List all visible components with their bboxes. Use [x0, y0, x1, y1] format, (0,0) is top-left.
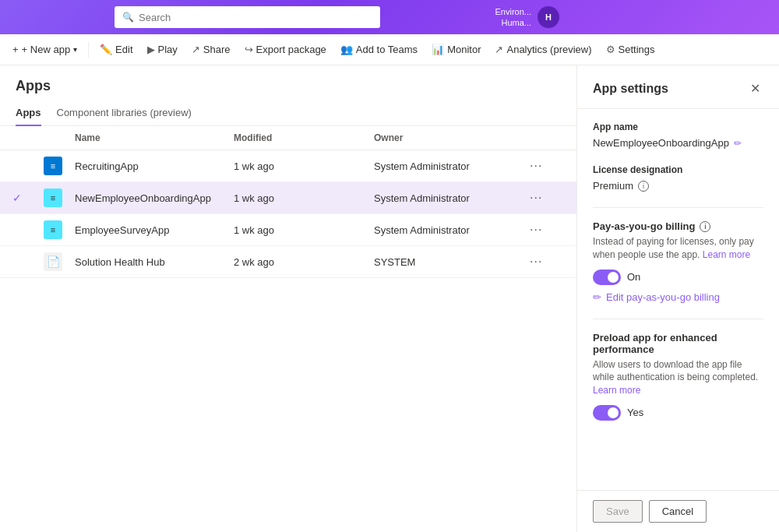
main-content: Apps Apps Component libraries (preview) … — [0, 65, 779, 532]
pay-as-you-go-info-icon[interactable]: i — [700, 221, 710, 232]
left-panel: Apps Apps Component libraries (preview) … — [0, 65, 576, 532]
panel-title: App settings — [593, 82, 668, 96]
more-icon[interactable]: ··· — [530, 255, 542, 268]
analytics-label: Analytics (preview) — [506, 44, 591, 55]
license-info-icon[interactable]: i — [638, 181, 649, 192]
app-name: EmployeeSurveyApp — [69, 221, 227, 239]
environment-info: Environ... Huma... H — [495, 6, 559, 29]
search-input[interactable] — [139, 12, 372, 23]
app-modified: 1 wk ago — [227, 157, 368, 175]
pay-as-you-go-learn-more[interactable]: Learn more — [703, 249, 750, 260]
play-icon: ▶ — [147, 44, 155, 55]
row-check — [6, 227, 37, 233]
app-name-label: App name — [593, 122, 763, 132]
row-more[interactable]: ··· — [523, 220, 570, 240]
analytics-button[interactable]: ↗ Analytics (preview) — [488, 41, 597, 58]
edit-app-name-icon[interactable]: ✏ — [734, 138, 742, 149]
share-button[interactable]: ↗ Share — [185, 41, 237, 58]
app-name-group: App name NewEmployeeOnboardingApp ✏ — [593, 122, 763, 149]
row-icon-cell: 📄 — [37, 249, 69, 274]
col-name[interactable]: Name — [69, 132, 227, 143]
close-button[interactable]: ✕ — [747, 78, 763, 99]
preload-toggle[interactable] — [593, 405, 621, 421]
save-button[interactable]: Save — [593, 500, 643, 523]
pay-as-you-go-desc: Instead of paying for licenses, only pay… — [593, 235, 763, 262]
app-settings-panel: App settings ✕ App name NewEmployeeOnboa… — [576, 65, 779, 532]
edit-billing-label: Edit pay-as-you-go billing — [606, 291, 720, 303]
col-icon — [37, 132, 69, 143]
app-icon: ≡ — [44, 220, 62, 239]
monitor-button[interactable]: 📊 Monitor — [425, 41, 487, 58]
table-row[interactable]: ≡ RecruitingApp 1 wk ago System Administ… — [0, 150, 576, 182]
app-name-value: NewEmployeeOnboardingApp ✏ — [593, 137, 763, 149]
tabs-bar: Apps Component libraries (preview) — [0, 100, 576, 126]
pay-as-you-go-toggle-label: On — [627, 271, 640, 283]
separator — [88, 42, 89, 58]
pay-as-you-go-group: Pay-as-you-go billing i Instead of payin… — [593, 220, 763, 303]
panel-body: App name NewEmployeeOnboardingApp ✏ Lice… — [577, 109, 779, 490]
edit-button[interactable]: ✏️ Edit — [93, 41, 139, 58]
preload-desc: Allow users to download the app file whi… — [593, 358, 763, 397]
more-icon[interactable]: ··· — [530, 159, 542, 172]
export-label: Export package — [256, 44, 326, 55]
row-more[interactable]: ··· — [523, 188, 570, 208]
divider-2 — [593, 319, 763, 319]
new-app-label: + New app — [22, 44, 71, 55]
export-package-button[interactable]: ↪ Export package — [238, 41, 333, 58]
row-icon-cell: ≡ — [37, 153, 69, 178]
add-to-teams-button[interactable]: 👥 Add to Teams — [334, 41, 424, 58]
row-check: ✓ — [6, 188, 37, 207]
table-row[interactable]: 📄 Solution Health Hub 2 wk ago SYSTEM ··… — [0, 246, 576, 278]
more-icon[interactable]: ··· — [530, 191, 542, 204]
settings-label: Settings — [619, 44, 655, 55]
tab-apps[interactable]: Apps — [16, 100, 41, 126]
table-row[interactable]: ≡ EmployeeSurveyApp 1 wk ago System Admi… — [0, 214, 576, 246]
row-icon-cell: ≡ — [37, 217, 69, 242]
license-text: Premium — [593, 180, 633, 192]
more-icon[interactable]: ··· — [530, 223, 542, 236]
app-modified: 1 wk ago — [227, 221, 368, 239]
settings-icon: ⚙ — [606, 44, 615, 55]
app-owner: System Administrator — [368, 157, 523, 175]
row-more[interactable]: ··· — [523, 252, 570, 272]
app-owner: SYSTEM — [368, 253, 523, 271]
cancel-button[interactable]: Cancel — [649, 500, 707, 523]
pay-as-you-go-label: Pay-as-you-go billing — [593, 220, 695, 232]
license-label: License designation — [593, 164, 763, 175]
preload-label: Preload app for enhanced performance — [593, 332, 763, 355]
app-table: Name Modified Owner ≡ RecruitingApp 1 wk… — [0, 126, 576, 278]
license-value: Premium i — [593, 180, 763, 192]
preload-learn-more[interactable]: Learn more — [593, 385, 640, 396]
preload-description: Allow users to download the app file whi… — [593, 359, 758, 383]
new-app-button[interactable]: + + New app ▾ — [6, 41, 83, 58]
app-owner: System Administrator — [368, 189, 523, 207]
command-bar: + + New app ▾ ✏️ Edit ▶ Play ↗ Share ↪ E… — [0, 34, 779, 65]
teams-icon: 👥 — [340, 44, 353, 55]
col-modified[interactable]: Modified — [227, 132, 368, 143]
preload-title: Preload app for enhanced performance — [593, 332, 763, 355]
table-row[interactable]: ✓ ≡ NewEmployeeOnboardingApp 1 wk ago Sy… — [0, 182, 576, 214]
page-title: Apps — [0, 65, 576, 100]
play-label: Play — [158, 44, 178, 55]
share-label: Share — [203, 44, 231, 55]
tab-component-libraries[interactable]: Component libraries (preview) — [57, 100, 192, 126]
app-modified: 2 wk ago — [227, 253, 368, 271]
col-check — [6, 132, 37, 143]
app-name: NewEmployeeOnboardingApp — [69, 189, 227, 207]
row-more[interactable]: ··· — [523, 156, 570, 176]
edit-billing-link[interactable]: ✏ Edit pay-as-you-go billing — [593, 291, 763, 303]
plus-icon: + — [12, 44, 19, 55]
environment-name: Environ... — [495, 6, 531, 17]
app-icon: ≡ — [44, 188, 62, 207]
avatar[interactable]: H — [538, 6, 559, 28]
edit-billing-icon: ✏ — [593, 291, 601, 303]
play-button[interactable]: ▶ Play — [141, 41, 184, 58]
pay-as-you-go-toggle[interactable] — [593, 270, 621, 285]
preload-toggle-label: Yes — [627, 407, 643, 418]
search-icon: 🔍 — [122, 12, 134, 23]
panel-header: App settings ✕ — [577, 65, 779, 109]
row-check — [6, 163, 37, 169]
monitor-icon: 📊 — [432, 44, 444, 55]
settings-button[interactable]: ⚙ Settings — [600, 41, 661, 58]
col-owner[interactable]: Owner — [368, 132, 523, 143]
